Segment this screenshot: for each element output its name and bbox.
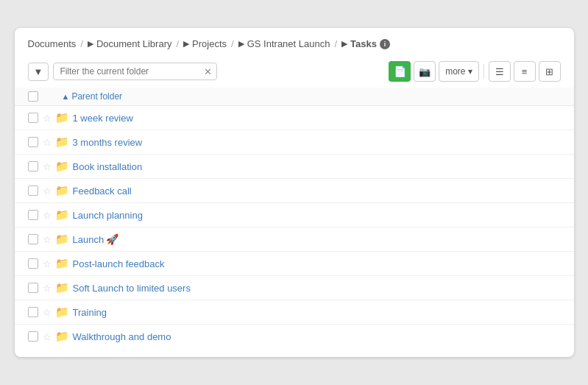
view-list-button[interactable]: ≡ [514, 61, 536, 82]
folder-icon: 📁 [55, 135, 69, 149]
up-arrow-icon: ▲ [62, 92, 70, 101]
breadcrumb: Documents / ▶ Document Library / ▶ Proje… [15, 28, 574, 57]
item-checkbox[interactable] [28, 161, 38, 172]
item-link[interactable]: Launch🚀 [73, 233, 119, 245]
list-item[interactable]: ☆ 📁 Post-launch feedback [15, 252, 574, 276]
item-link[interactable]: Walkthrough and demo [73, 331, 171, 342]
item-link[interactable]: Book installation [73, 161, 143, 172]
breadcrumb-document-library[interactable]: Document Library [96, 38, 172, 49]
item-link[interactable]: Post-launch feedback [73, 258, 165, 269]
star-icon[interactable]: ☆ [43, 234, 52, 245]
item-checkbox[interactable] [28, 283, 38, 293]
close-icon: ✕ [204, 66, 212, 77]
star-icon[interactable]: ☆ [43, 161, 52, 172]
folder-icon: 📁 [55, 257, 69, 270]
list-item[interactable]: ☆ 📁 Book installation [15, 155, 574, 179]
filter-button[interactable]: ▼ [28, 63, 49, 81]
item-checkbox[interactable] [28, 234, 38, 244]
toolbar: ▼ ✕ 📄 📷 more ▾ ☰ ≡ [15, 57, 574, 88]
filter-input[interactable] [54, 63, 199, 80]
camera-button[interactable]: 📷 [414, 61, 436, 82]
grid-icon: ⊞ [545, 66, 553, 77]
folder-icon: 📁 [55, 281, 69, 294]
view-buttons: 📄 📷 more ▾ ☰ ≡ ⊞ [389, 61, 560, 82]
star-icon[interactable]: ☆ [43, 258, 52, 269]
item-checkbox[interactable] [28, 307, 38, 317]
item-link[interactable]: Launch planning [73, 210, 143, 221]
chevron-down-icon: ▾ [468, 66, 472, 77]
list-item[interactable]: ☆ 📁 3 months review [15, 130, 574, 155]
list-item[interactable]: ☆ 📁 Launch🚀 [15, 227, 574, 252]
new-document-button[interactable]: 📄 [389, 61, 411, 82]
new-doc-icon: 📄 [394, 66, 406, 77]
list-item[interactable]: ☆ 📁 Feedback call [15, 179, 574, 203]
item-link[interactable]: Training [73, 307, 107, 318]
star-icon[interactable]: ☆ [43, 210, 52, 221]
item-link[interactable]: Feedback call [73, 186, 132, 197]
folder-icon: 📁 [55, 330, 69, 343]
folder-icon: 📁 [55, 160, 69, 173]
filter-clear-button[interactable]: ✕ [199, 66, 216, 77]
divider [483, 64, 484, 79]
view-list-detail-button[interactable]: ☰ [489, 61, 511, 82]
star-icon[interactable]: ☆ [43, 186, 52, 197]
filter-input-wrap: ✕ [53, 63, 217, 80]
info-icon[interactable]: i [380, 39, 390, 49]
list-icon: ≡ [522, 66, 528, 77]
more-button[interactable]: more ▾ [439, 61, 478, 82]
item-checkbox[interactable] [28, 137, 38, 147]
file-list: ☆ 📁 1 week review ☆ 📁 3 months review ☆ … [15, 106, 574, 348]
breadcrumb-projects[interactable]: Projects [192, 38, 227, 49]
main-card: Documents / ▶ Document Library / ▶ Proje… [15, 28, 574, 357]
item-checkbox[interactable] [28, 210, 38, 220]
breadcrumb-current-label: Tasks [350, 38, 377, 49]
folder-icon: 📁 [55, 111, 69, 124]
star-icon[interactable]: ☆ [43, 331, 52, 342]
folder-icon: 📁 [55, 184, 69, 197]
folder-icon: 📁 [55, 233, 69, 246]
camera-icon: 📷 [419, 66, 431, 77]
parent-folder-link[interactable]: ▲ Parent folder [62, 91, 123, 102]
item-link[interactable]: Soft Launch to limited users [73, 283, 191, 294]
list-item[interactable]: ☆ 📁 Launch planning [15, 203, 574, 227]
star-icon[interactable]: ☆ [43, 113, 52, 124]
folder-icon: 📁 [55, 305, 69, 319]
folder-icon: 📁 [55, 208, 69, 222]
star-icon[interactable]: ☆ [43, 307, 52, 318]
parent-folder-label: Parent folder [71, 91, 122, 102]
star-icon[interactable]: ☆ [43, 283, 52, 294]
item-link[interactable]: 3 months review [73, 137, 143, 148]
list-item[interactable]: ☆ 📁 1 week review [15, 106, 574, 130]
breadcrumb-root: Documents [28, 38, 77, 49]
star-icon[interactable]: ☆ [43, 137, 52, 148]
list-item[interactable]: ☆ 📁 Training [15, 300, 574, 325]
breadcrumb-gs-intranet-launch[interactable]: GS Intranet Launch [247, 38, 330, 49]
filter-icon: ▼ [34, 66, 43, 77]
list-item[interactable]: ☆ 📁 Soft Launch to limited users [15, 276, 574, 300]
item-checkbox[interactable] [28, 331, 38, 342]
item-checkbox[interactable] [28, 113, 38, 123]
select-all-checkbox[interactable] [28, 91, 38, 102]
list-detail-icon: ☰ [495, 66, 504, 77]
more-label: more [445, 66, 465, 77]
item-checkbox[interactable] [28, 186, 38, 196]
item-checkbox[interactable] [28, 258, 38, 269]
view-grid-button[interactable]: ⊞ [539, 61, 561, 82]
list-item[interactable]: ☆ 📁 Walkthrough and demo [15, 325, 574, 348]
list-header: ▲ Parent folder [15, 88, 574, 106]
item-link[interactable]: 1 week review [73, 113, 133, 124]
